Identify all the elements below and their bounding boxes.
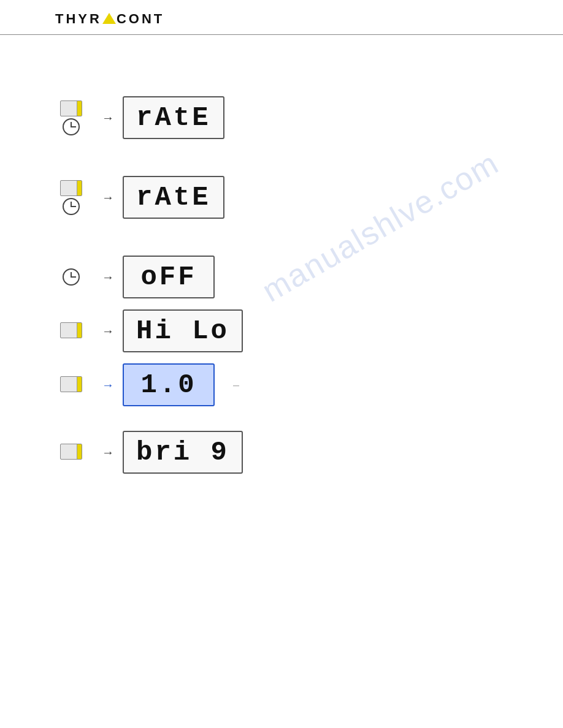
sub-dash: – [233,379,239,392]
lcd-display-2: rAtE [123,176,224,219]
icon-group-4 [55,322,87,340]
logo: THYRCONT [55,11,164,27]
icon-group-6 [55,444,87,461]
icon-group-3 [55,268,87,286]
lcd-text-2: rAtE [136,182,211,213]
lcd-text-5: 1.0 [140,370,196,400]
lcd-text-1: rAtE [136,102,211,133]
row-1: → rAtE [55,96,508,139]
lcd-text-6: bri 9 [136,437,229,468]
lcd-text-4: Hi Lo [136,316,229,346]
icon-group-5 [55,376,87,394]
lcd-display-3: oFF [123,256,215,298]
segment-display-icon-2 [60,180,82,196]
segment-display-icon-6 [60,444,82,460]
section-4: → bri 9 [55,431,508,474]
arrow-1: → [102,111,114,125]
lcd-display-5: 1.0 [123,363,215,406]
arrow-4: → [102,324,114,338]
icon-group-2 [55,180,87,215]
segment-display-icon [60,100,82,116]
header: THYRCONT [0,0,563,35]
arrow-2: → [102,191,114,205]
row-2: → rAtE [55,176,508,219]
clock-icon-3 [63,268,80,286]
lcd-display-6: bri 9 [123,431,243,474]
row-3: → oFF [55,256,508,298]
row-4: → Hi Lo [55,309,508,352]
logo-before: THYR [55,11,102,26]
lcd-text-3: oFF [140,262,196,292]
logo-triangle-icon [102,13,116,24]
arrow-3: → [102,270,114,284]
arrow-6: → [102,446,114,460]
lcd-display-1: rAtE [123,96,224,139]
main-content: → rAtE → rAtE → oFF [0,35,563,535]
lcd-display-4: Hi Lo [123,309,243,352]
clock-icon-2 [63,198,80,215]
section-2: → rAtE [55,176,508,219]
logo-after: CONT [117,11,164,26]
section-1: → rAtE [55,96,508,139]
segment-display-icon-5 [60,376,82,392]
section-3: → oFF → Hi Lo → 1.0 – [55,256,508,406]
row-5: → 1.0 – [55,363,508,406]
segment-display-icon-4 [60,322,82,338]
row-6: → bri 9 [55,431,508,474]
arrow-5: → [102,378,114,392]
icon-group-1 [55,100,87,135]
clock-icon [63,118,80,135]
